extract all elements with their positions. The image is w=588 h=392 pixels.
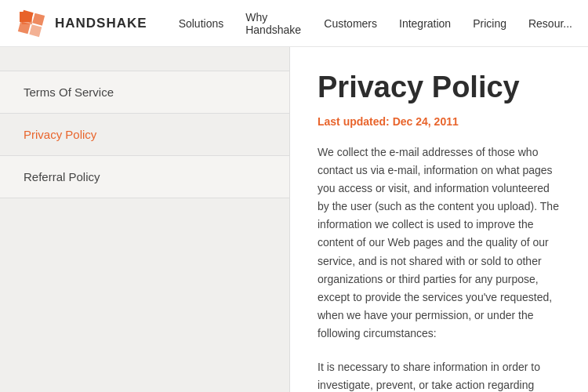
- main-nav: Solutions Why Handshake Customers Integr…: [179, 11, 572, 36]
- sidebar-item-referral[interactable]: Referral Policy: [0, 156, 289, 198]
- sidebar: Terms Of Service Privacy Policy Referral…: [0, 47, 290, 392]
- nav-integration[interactable]: Integration: [399, 17, 451, 30]
- svg-rect-6: [29, 24, 42, 37]
- logo-text: HANDSHAKE: [55, 16, 147, 31]
- page-title: Privacy Policy: [318, 71, 561, 104]
- nav-resources[interactable]: Resour...: [528, 17, 572, 30]
- nav-pricing[interactable]: Pricing: [473, 17, 506, 30]
- last-updated-label: Last updated: Dec 24, 2011: [318, 115, 561, 128]
- content-paragraph-1: We collect the e-mail addresses of those…: [318, 143, 561, 343]
- nav-solutions[interactable]: Solutions: [179, 17, 224, 30]
- svg-rect-4: [32, 13, 45, 25]
- logo[interactable]: HANDSHAKE: [16, 8, 147, 39]
- sidebar-item-privacy[interactable]: Privacy Policy: [0, 114, 289, 156]
- main-container: Terms Of Service Privacy Policy Referral…: [0, 47, 588, 392]
- nav-why-handshake[interactable]: Why Handshake: [245, 11, 302, 36]
- content-paragraph-2: It is necessary to share information in …: [318, 358, 561, 392]
- content-area: Privacy Policy Last updated: Dec 24, 201…: [290, 47, 588, 392]
- header: HANDSHAKE Solutions Why Handshake Custom…: [0, 0, 588, 47]
- logo-icon: [16, 8, 47, 39]
- nav-customers[interactable]: Customers: [324, 17, 377, 30]
- sidebar-item-terms[interactable]: Terms Of Service: [0, 71, 289, 114]
